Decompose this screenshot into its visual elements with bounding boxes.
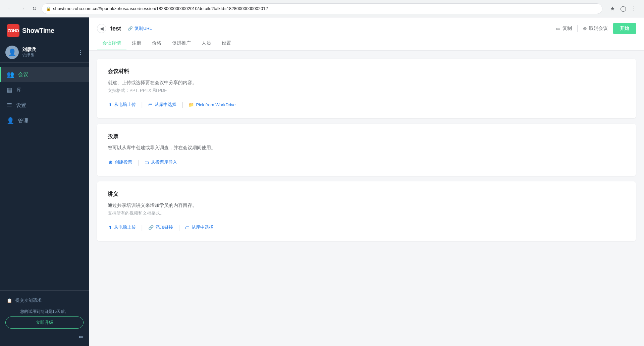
header-left: ◀ test 🔗 复制URL xyxy=(97,24,155,33)
content-body: 会议材料 创建、上传或选择要在会议中分享的内容。 支持格式：PPT, PPTX … xyxy=(89,51,644,346)
upgrade-button[interactable]: 立即升级 xyxy=(5,316,84,329)
profile-button[interactable]: ◯ xyxy=(619,4,628,13)
feedback-icon: 📋 xyxy=(7,298,12,303)
handout-desc: 通过共享培训讲义来增加学员的内容留存。 xyxy=(108,202,625,209)
back-to-list-button[interactable]: ◀ xyxy=(97,24,106,33)
collapse-icon: ⇐ xyxy=(78,333,84,341)
vote-card: 投票 您可以从库中创建或导入调查，并在会议期间使用。 ⊕ 创建投票 | 🗃 从投… xyxy=(97,124,636,176)
tab-price[interactable]: 价格 xyxy=(147,37,167,50)
tab-register[interactable]: 注册 xyxy=(126,37,147,50)
trial-notice: 您的试用到期日是15天后。 xyxy=(5,306,84,316)
sidebar-logo: ZOHO ShowTime xyxy=(0,17,89,42)
cancel-icon: ⊗ xyxy=(583,26,587,31)
vote-desc: 您可以从库中创建或导入调查，并在会议期间使用。 xyxy=(108,144,625,151)
upload-handout-label: 从电脑上传 xyxy=(114,224,136,230)
meetings-label: 会议 xyxy=(18,71,28,78)
sidebar: ZOHO ShowTime 👤 刘彦兵 管理员 ⋮ 👥 会议 ▦ 库 xyxy=(0,17,89,346)
vote-title: 投票 xyxy=(108,133,625,140)
duplicate-button[interactable]: ▭ 复制 xyxy=(556,25,572,32)
sep3: | xyxy=(138,159,139,166)
workdrive-label: Pick from WorkDrive xyxy=(196,102,235,107)
collapse-button[interactable]: ⇐ xyxy=(5,332,84,342)
vote-actions: ⊕ 创建投票 | 🗃 从投票库导入 xyxy=(108,158,625,167)
import-vote-label: 从投票库导入 xyxy=(151,159,177,165)
library-icon: ▦ xyxy=(7,86,12,94)
copy-url-label: 复制URL xyxy=(135,25,152,32)
tab-details[interactable]: 会议详情 xyxy=(97,37,126,50)
sidebar-item-library[interactable]: ▦ 库 xyxy=(0,82,89,98)
settings-icon: ☰ xyxy=(7,102,12,109)
import-vote-icon: 🗃 xyxy=(145,160,149,165)
divider xyxy=(577,25,578,32)
app-layout: ZOHO ShowTime 👤 刘彦兵 管理员 ⋮ 👥 会议 ▦ 库 xyxy=(0,17,644,346)
handout-actions: ⬆ 从电脑上传 | 🔗 添加链接 | 🗃 从库中选择 xyxy=(108,223,625,232)
upload-pc-icon: ⬆ xyxy=(108,102,112,107)
tab-settings[interactable]: 设置 xyxy=(216,37,236,50)
sep4: | xyxy=(141,224,143,231)
bookmark-button[interactable]: ★ xyxy=(608,4,617,13)
copy-url-icon: 🔗 xyxy=(128,26,133,31)
browser-chrome: ← → ↻ 🔒 showtime.zoho.com.cn/#/portal/zo… xyxy=(0,0,644,17)
upload-handout-icon: ⬆ xyxy=(108,225,112,230)
from-library-handout-icon: 🗃 xyxy=(185,225,190,230)
header-actions: ▭ 复制 ⊗ 取消会议 开始 xyxy=(556,23,636,34)
sep5: | xyxy=(178,224,180,231)
user-name: 刘彦兵 xyxy=(22,47,74,53)
sidebar-item-settings[interactable]: ☰ 设置 xyxy=(0,98,89,113)
page-title: test xyxy=(110,25,121,32)
tab-people[interactable]: 人员 xyxy=(196,37,216,50)
sidebar-bottom: 📋 提交功能请求 您的试用到期日是15天后。 立即升级 ⇐ xyxy=(0,290,89,346)
materials-card: 会议材料 创建、上传或选择要在会议中分享的内容。 支持格式：PPT, PPTX … xyxy=(97,59,636,118)
admin-label: 管理 xyxy=(18,118,28,124)
upload-from-pc-button[interactable]: ⬆ 从电脑上传 xyxy=(108,100,137,109)
handout-title: 讲义 xyxy=(108,191,625,198)
main-content: ◀ test 🔗 复制URL ▭ 复制 ⊗ 取消会议 xyxy=(89,17,644,346)
library-icon: 🗃 xyxy=(148,102,153,107)
user-section: 👤 刘彦兵 管理员 ⋮ xyxy=(0,42,89,63)
import-vote-button[interactable]: 🗃 从投票库导入 xyxy=(144,158,178,167)
sep1: | xyxy=(141,101,143,108)
materials-actions: ⬆ 从电脑上传 | 🗃 从库中选择 | 📁 Pick from WorkDriv… xyxy=(108,100,625,109)
add-link-button[interactable]: 🔗 添加链接 xyxy=(148,223,174,232)
user-menu-button[interactable]: ⋮ xyxy=(77,49,84,56)
from-library-label: 从库中选择 xyxy=(155,102,176,108)
cancel-label: 取消会议 xyxy=(589,25,608,32)
create-vote-icon: ⊕ xyxy=(108,159,113,165)
tab-promotion[interactable]: 促进推广 xyxy=(167,37,196,50)
from-library-handout-button[interactable]: 🗃 从库中选择 xyxy=(184,223,214,232)
menu-button[interactable]: ⋮ xyxy=(629,4,639,13)
materials-format: 支持格式：PPT, PPTX 和 PDF xyxy=(108,88,625,94)
upload-pc-label: 从电脑上传 xyxy=(114,102,136,108)
back-button[interactable]: ← xyxy=(5,4,15,13)
cancel-meeting-button[interactable]: ⊗ 取消会议 xyxy=(583,25,608,32)
add-link-label: 添加链接 xyxy=(156,224,173,230)
from-library-handout-label: 从库中选择 xyxy=(192,224,213,230)
settings-label: 设置 xyxy=(16,102,26,109)
address-bar[interactable]: 🔒 showtime.zoho.com.cn/#/portal/zohosaas… xyxy=(42,3,602,14)
materials-desc: 创建、上传或选择要在会议中分享的内容。 xyxy=(108,79,625,86)
start-button[interactable]: 开始 xyxy=(613,23,636,34)
create-vote-label: 创建投票 xyxy=(115,159,132,165)
workdrive-icon: 📁 xyxy=(189,102,194,107)
content-header: ◀ test 🔗 复制URL ▭ 复制 ⊗ 取消会议 xyxy=(89,17,644,51)
forward-button[interactable]: → xyxy=(17,4,27,13)
duplicate-label: 复制 xyxy=(562,25,572,32)
materials-title: 会议材料 xyxy=(108,68,625,75)
browser-actions: ★ ◯ ⋮ xyxy=(608,4,639,13)
create-vote-button[interactable]: ⊕ 创建投票 xyxy=(108,158,133,167)
refresh-button[interactable]: ↻ xyxy=(30,4,39,13)
from-library-button[interactable]: 🗃 从库中选择 xyxy=(148,100,177,109)
sidebar-item-admin[interactable]: 👤 管理 xyxy=(0,113,89,128)
url-text: showtime.zoho.com.cn/#/portal/zohosaasco… xyxy=(53,6,598,11)
sidebar-item-meetings[interactable]: 👥 会议 xyxy=(0,67,89,82)
feedback-button[interactable]: 📋 提交功能请求 xyxy=(5,295,84,306)
workdrive-button[interactable]: 📁 Pick from WorkDrive xyxy=(188,101,236,109)
feedback-label: 提交功能请求 xyxy=(15,297,42,303)
copy-url-button[interactable]: 🔗 复制URL xyxy=(125,24,155,33)
header-top: ◀ test 🔗 复制URL ▭ 复制 ⊗ 取消会议 xyxy=(97,17,636,34)
handout-format: 支持所有的视频和文档格式。 xyxy=(108,210,625,216)
sep2: | xyxy=(182,101,183,108)
upload-handout-button[interactable]: ⬆ 从电脑上传 xyxy=(108,223,137,232)
avatar: 👤 xyxy=(5,46,19,59)
tabs: 会议详情 注册 价格 促进推广 人员 设置 xyxy=(97,37,636,50)
